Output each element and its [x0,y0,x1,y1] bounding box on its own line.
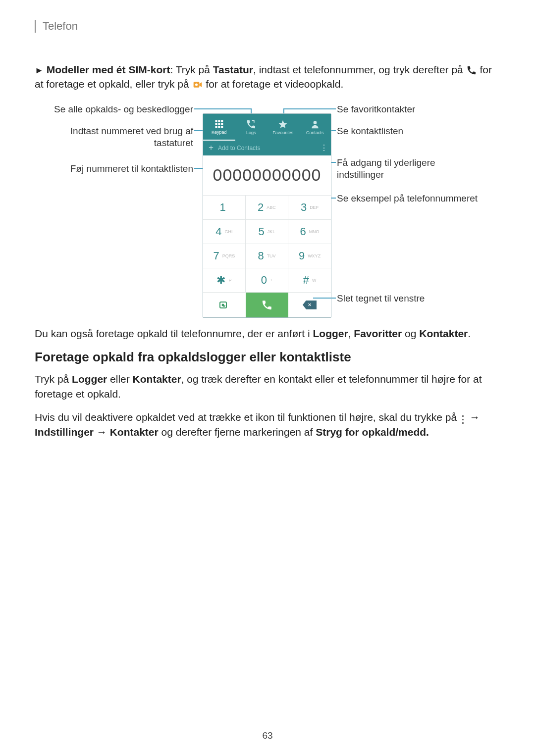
section-heading: Foretage opkald fra opkaldslogger eller … [35,350,500,365]
p3-pre: Tryk på [35,373,72,385]
keypad-sublabel: MNO [309,229,320,234]
keypad-sublabel: + [270,278,272,283]
callout-number-example: Se eksempel på telefonnummeret [337,193,495,204]
svg-rect-9 [218,126,220,128]
keypad-digit: ✱ [216,274,225,287]
p2-c3: . [468,328,471,339]
intro-text-1: : Tryk på [170,64,213,75]
more-options-icon: ⋮ [460,414,467,425]
keypad-digit: 8 [258,250,264,262]
add-to-contacts-bar[interactable]: ＋ Add to Contacts ⋮ [203,141,331,155]
callout-more-options: Få adgang til yderligere indstillinger [337,157,495,181]
p2-b1: Logger [313,328,348,339]
callout-logs: Se alle opkalds- og beskedlogger [35,103,193,115]
svg-point-1 [195,84,198,86]
backspace-button[interactable]: ✕ [288,293,331,317]
triangle-bullet-icon: ► [35,65,44,75]
callout-keypad: Indtast nummeret ved brug af tastaturet [35,125,193,149]
video-call-button[interactable] [203,293,246,317]
svg-rect-5 [215,123,217,125]
keypad-key-8[interactable]: 8TUV [246,244,288,268]
svg-rect-8 [215,126,217,128]
callout-contacts: Se kontaktlisten [337,125,495,137]
phone-arrow-icon [246,119,256,129]
p2-c2: og [402,328,419,339]
video-call-icon [218,299,230,311]
paragraph-also-call: Du kan også foretage opkald til telefonn… [35,326,500,341]
tab-logs[interactable]: Logs [235,114,268,141]
keypad-sublabel: WXYZ [308,253,321,258]
keypad-digit: 5 [259,225,265,238]
keypad-key-4[interactable]: 4GHI [203,219,246,244]
keypad-sublabel: ABC [267,205,276,210]
paragraph-disable-swipe: Hvis du vil deaktivere opkaldet ved at t… [35,410,500,439]
intro-paragraph: ► Modeller med ét SIM-kort: Tryk på Tast… [35,62,500,92]
tab-contacts[interactable]: Contacts [299,114,331,141]
svg-rect-7 [221,123,223,125]
svg-rect-4 [221,120,223,122]
keypad-key-5[interactable]: 5JKL [246,219,288,244]
svg-point-11 [313,121,317,124]
dialer-diagram: Se alle opkalds- og beskedlogger Indtast… [35,101,500,314]
keypad-sublabel: TUV [267,253,276,258]
p2-b2: Favoritter [354,328,402,339]
keypad-key-1[interactable]: 1 [203,195,246,219]
more-options-icon[interactable]: ⋮ [320,144,327,152]
manual-page: Telefon ► Modeller med ét SIM-kort: Tryk… [0,0,535,756]
phone-mock: Keypad Logs Favourites Contacts ＋ [203,113,331,318]
keypad-digit: 3 [301,201,307,214]
p4-b1: Indstillinger [35,426,94,438]
callout-more-options-line1: Få adgang til yderligere [337,157,435,168]
video-call-icon [192,79,203,90]
keypad-key-3[interactable]: 3DEF [288,195,331,219]
intro-text-4: for at foretage et videoopkald. [206,78,343,90]
star-icon [278,119,288,129]
intro-bold-keypad: Tastatur [213,64,253,75]
keypad-digit: 2 [258,201,264,214]
add-to-contacts-label: Add to Contacts [218,145,260,151]
keypad-sublabel: W [312,278,317,283]
number-display: 00000000000 [203,155,331,195]
keypad-key-0[interactable]: 0+ [246,268,288,292]
keypad-key-2[interactable]: 2ABC [246,195,288,219]
callout-backspace: Slet tegnet til venstre [337,293,495,304]
call-button[interactable] [246,293,288,317]
p3-b1: Logger [72,373,107,385]
keypad-key-7[interactable]: 7PQRS [203,244,246,268]
keypad-digit: # [303,274,309,287]
paragraph-logs-contacts: Tryk på Logger eller Kontakter, og træk … [35,372,500,401]
intro-text-2: , indtast et telefonnummer, og tryk dere… [253,64,466,75]
keypad-digit: 9 [299,250,305,262]
p4-mid: og derefter fjerne markeringen af [159,426,316,438]
keypad-sublabel: PQRS [222,253,235,258]
intro-bold-model: Modeller med ét SIM-kort [47,64,170,75]
callout-favorites: Se favoritkontakter [337,103,495,115]
p4-arrow2: → [94,426,110,438]
keypad-key-6[interactable]: 6MNO [288,219,331,244]
backspace-icon: ✕ [303,301,317,309]
p2-b3: Kontakter [419,328,468,339]
tab-contacts-label: Contacts [306,130,324,135]
tab-favourites[interactable]: Favourites [267,114,299,141]
p2-pre: Du kan også foretage opkald til telefonn… [35,328,313,339]
keypad-sublabel: DEF [310,205,319,210]
p4-pre: Hvis du vil deaktivere opkaldet ved at t… [35,411,460,423]
p3-b2: Kontakter [133,373,181,385]
p4-arrow1: → [467,411,480,423]
page-number: 63 [0,730,535,741]
tab-favourites-label: Favourites [272,130,293,135]
keypad-sublabel: JKL [268,229,275,234]
keypad-key-#[interactable]: #W [288,268,331,292]
p3-c1: eller [107,373,132,385]
tab-keypad-label: Keypad [212,130,227,135]
callout-add-contact: Føj nummeret til kontaktlisten [35,163,193,175]
keypad-grid-icon [214,119,224,129]
svg-rect-2 [215,120,217,122]
section-header: Telefon [35,20,500,33]
person-icon [310,119,320,129]
keypad-key-9[interactable]: 9WXYZ [288,244,331,268]
p4-b3: Stryg for opkald/medd. [316,426,429,438]
tab-keypad[interactable]: Keypad [203,114,235,141]
keypad-key-✱[interactable]: ✱P [203,268,246,292]
keypad-sublabel: P [228,278,231,283]
